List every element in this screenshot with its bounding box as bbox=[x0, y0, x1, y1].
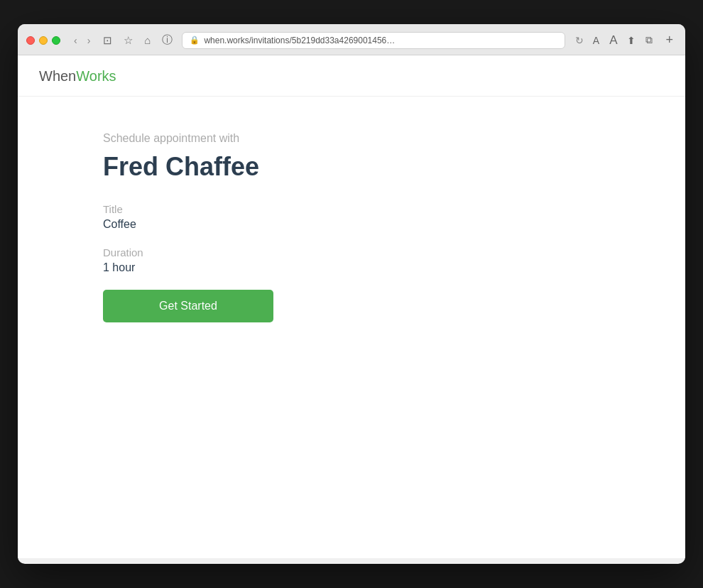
right-icons: A A ⬆ ⧉ bbox=[589, 32, 657, 49]
font-small-icon[interactable]: A bbox=[589, 33, 603, 48]
duration-label: Duration bbox=[103, 246, 664, 258]
info-icon[interactable]: ⓘ bbox=[158, 32, 176, 48]
maximize-button[interactable] bbox=[52, 36, 60, 45]
main-content: Schedule appointment with Fred Chaffee T… bbox=[18, 97, 685, 351]
get-started-button[interactable]: Get Started bbox=[103, 290, 273, 322]
sidebar-icon[interactable]: ⊡ bbox=[99, 33, 116, 48]
logo-works: Works bbox=[76, 68, 116, 84]
duration-value: 1 hour bbox=[103, 261, 664, 274]
logo-when: When bbox=[39, 68, 76, 84]
font-large-icon[interactable]: A bbox=[606, 32, 621, 49]
browser-window: ‹ › ⊡ ☆ ⌂ ⓘ 🔒 when.works/invitations/5b2… bbox=[18, 24, 685, 564]
windows-icon[interactable]: ⧉ bbox=[642, 33, 656, 48]
browser-chrome: ‹ › ⊡ ☆ ⌂ ⓘ 🔒 when.works/invitations/5b2… bbox=[18, 24, 685, 55]
title-field-group: Title Coffee bbox=[103, 203, 664, 231]
schedule-label: Schedule appointment with bbox=[103, 132, 664, 145]
forward-button[interactable]: › bbox=[84, 33, 94, 48]
bookmark-icon[interactable]: ☆ bbox=[120, 33, 136, 48]
address-bar[interactable]: 🔒 when.works/invitations/5b219dd33a42690… bbox=[182, 32, 565, 49]
logo: WhenWorks bbox=[39, 68, 664, 85]
close-button[interactable] bbox=[26, 36, 35, 45]
lock-icon: 🔒 bbox=[190, 36, 200, 45]
traffic-lights bbox=[26, 36, 60, 45]
minimize-button[interactable] bbox=[39, 36, 48, 45]
nav-buttons: ‹ › bbox=[70, 33, 94, 48]
reload-button[interactable]: ↻ bbox=[575, 35, 584, 46]
site-header: WhenWorks bbox=[18, 55, 685, 97]
title-value: Coffee bbox=[103, 218, 664, 231]
home-icon[interactable]: ⌂ bbox=[141, 33, 154, 48]
toolbar-icons: ⊡ ☆ ⌂ ⓘ bbox=[99, 32, 176, 48]
share-icon[interactable]: ⬆ bbox=[623, 33, 639, 48]
browser-content: WhenWorks Schedule appointment with Fred… bbox=[18, 55, 685, 558]
new-tab-button[interactable]: + bbox=[662, 31, 677, 49]
back-button[interactable]: ‹ bbox=[70, 33, 81, 48]
url-text: when.works/invitations/5b219dd33a4269001… bbox=[204, 36, 395, 45]
person-name: Fred Chaffee bbox=[103, 152, 664, 182]
title-label: Title bbox=[103, 203, 664, 215]
duration-field-group: Duration 1 hour bbox=[103, 246, 664, 274]
